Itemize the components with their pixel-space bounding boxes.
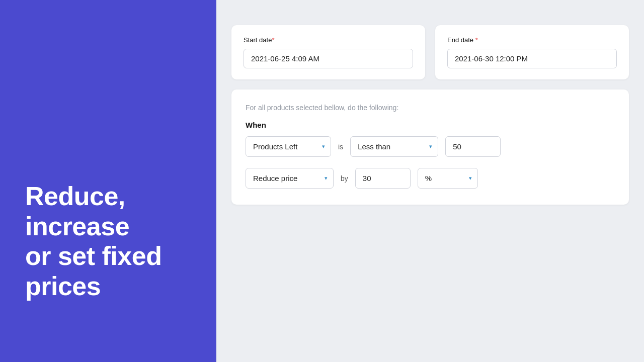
condition-field-select[interactable]: Products Left [246, 136, 331, 157]
start-date-card: Start date* [231, 25, 425, 79]
hero-line-2: increase [25, 212, 129, 241]
hero-line-4: prices [25, 272, 101, 301]
action-row: Reduce price ▾ by % ▾ [246, 168, 615, 189]
by-connector: by [341, 174, 348, 183]
condition-number-input[interactable] [445, 136, 501, 157]
date-row: Start date* End date * [231, 25, 629, 79]
rules-description: For all products selected bellow, do the… [246, 104, 615, 112]
hero-text: Reduce, increase or set fixed prices [25, 182, 162, 302]
action-unit-wrapper: % ▾ [418, 168, 478, 189]
is-connector: is [338, 143, 343, 151]
hero-line-3: or set fixed [25, 241, 162, 270]
condition-type-wrapper: Less than ▾ [350, 136, 438, 157]
main-content: Start date* End date * For all products … [216, 0, 644, 362]
action-field-wrapper: Reduce price ▾ [246, 168, 334, 189]
end-date-card: End date * [435, 25, 629, 79]
hero-panel: Reduce, increase or set fixed prices [0, 0, 216, 362]
condition-row: Products Left ▾ is Less than ▾ [246, 136, 615, 157]
when-label: When [246, 121, 615, 129]
start-date-label: Start date* [244, 36, 413, 44]
action-number-input[interactable] [355, 168, 411, 189]
end-date-label: End date * [447, 36, 617, 44]
action-field-select[interactable]: Reduce price [246, 168, 334, 189]
start-date-input[interactable] [244, 49, 413, 68]
condition-field-wrapper: Products Left ▾ [246, 136, 331, 157]
condition-type-select[interactable]: Less than [350, 136, 438, 157]
rules-card: For all products selected bellow, do the… [231, 89, 629, 205]
hero-line-1: Reduce, [25, 182, 125, 211]
end-date-input[interactable] [447, 49, 617, 68]
action-unit-select[interactable]: % [418, 168, 478, 189]
